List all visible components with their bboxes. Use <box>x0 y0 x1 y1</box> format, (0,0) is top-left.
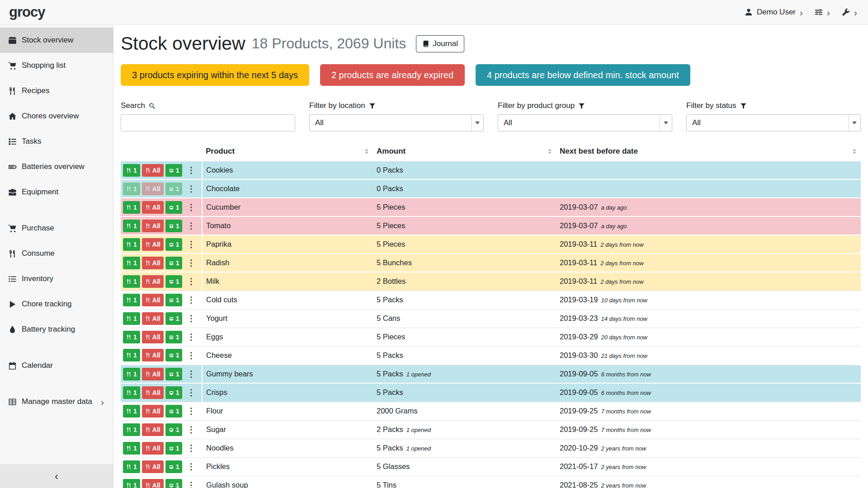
row-menu-icon[interactable]: ⋮ <box>187 388 195 397</box>
row-menu-icon[interactable]: ⋮ <box>187 370 195 378</box>
row-menu-icon[interactable]: ⋮ <box>187 258 195 267</box>
settings-menu[interactable]: › <box>815 8 830 17</box>
open-one-button[interactable]: 1 <box>165 312 183 325</box>
row-menu-icon[interactable]: ⋮ <box>187 296 195 304</box>
sidebar-item-manage-master-data[interactable]: Manage master data› <box>0 389 113 414</box>
sidebar-item-recipes[interactable]: Recipes <box>0 78 113 103</box>
consume-one-button[interactable]: 1 <box>123 442 140 455</box>
row-menu-icon[interactable]: ⋮ <box>187 277 195 286</box>
status-filter-select[interactable]: All <box>686 114 861 131</box>
consume-all-button[interactable]: All <box>142 201 164 214</box>
row-menu-icon[interactable]: ⋮ <box>187 184 195 193</box>
consume-one-button[interactable]: 1 <box>123 331 140 343</box>
consume-all-button[interactable]: All <box>142 294 164 306</box>
open-one-button[interactable]: 1 <box>165 479 183 488</box>
row-menu-icon[interactable]: ⋮ <box>187 166 195 174</box>
open-one-button[interactable]: 1 <box>165 164 183 177</box>
consume-all-button[interactable]: All <box>142 423 164 436</box>
amount-column-header[interactable]: Amount <box>373 143 556 161</box>
sidebar-item-purchase[interactable]: Purchase <box>0 216 113 241</box>
consume-all-button[interactable]: All <box>142 183 164 195</box>
consume-one-button[interactable]: 1 <box>123 257 140 269</box>
consume-one-button[interactable]: 1 <box>123 164 140 177</box>
expired-alert[interactable]: 2 products are already expired <box>320 64 465 86</box>
open-one-button[interactable]: 1 <box>165 275 183 288</box>
open-one-button[interactable]: 1 <box>165 257 183 269</box>
open-one-button[interactable]: 1 <box>165 220 183 232</box>
consume-all-button[interactable]: All <box>142 479 164 488</box>
sidebar-item-batteries-overview[interactable]: Batteries overview <box>0 154 113 179</box>
consume-one-button[interactable]: 1 <box>123 405 140 418</box>
open-one-button[interactable]: 1 <box>165 386 183 399</box>
consume-one-button[interactable]: 1 <box>123 294 140 306</box>
sidebar-item-tasks[interactable]: Tasks <box>0 129 113 154</box>
location-filter-select[interactable]: All <box>309 114 484 131</box>
sidebar-item-inventory[interactable]: Inventory <box>0 266 113 291</box>
consume-all-button[interactable]: All <box>142 220 164 232</box>
open-one-button[interactable]: 1 <box>165 238 183 251</box>
consume-one-button[interactable]: 1 <box>123 423 140 436</box>
product-column-header[interactable]: Product <box>202 143 373 161</box>
consume-all-button[interactable]: All <box>142 164 164 177</box>
below-min-stock-alert[interactable]: 4 products are below defined min. stock … <box>476 64 690 86</box>
open-one-button[interactable]: 1 <box>165 349 183 361</box>
consume-all-button[interactable]: All <box>142 368 164 380</box>
open-one-button[interactable]: 1 <box>165 331 183 343</box>
row-menu-icon[interactable]: ⋮ <box>187 240 195 249</box>
consume-all-button[interactable]: All <box>142 238 164 251</box>
consume-all-button[interactable]: All <box>142 312 164 325</box>
sidebar-item-calendar[interactable]: Calendar <box>0 353 113 378</box>
open-one-button[interactable]: 1 <box>165 423 183 436</box>
date-column-header[interactable]: Next best before date <box>556 143 861 161</box>
consume-all-button[interactable]: All <box>142 460 164 473</box>
row-menu-icon[interactable]: ⋮ <box>187 481 195 488</box>
open-one-button[interactable]: 1 <box>165 405 183 418</box>
sidebar-item-battery-tracking[interactable]: Battery tracking <box>0 317 113 342</box>
row-menu-icon[interactable]: ⋮ <box>187 444 195 452</box>
open-one-button[interactable]: 1 <box>165 368 183 380</box>
sidebar-item-chores-overview[interactable]: Chores overview <box>0 103 113 129</box>
consume-one-button[interactable]: 1 <box>123 183 140 195</box>
product-group-filter-select[interactable]: All <box>498 114 672 131</box>
consume-all-button[interactable]: All <box>142 442 164 455</box>
row-menu-icon[interactable]: ⋮ <box>187 221 195 230</box>
row-menu-icon[interactable]: ⋮ <box>187 351 195 360</box>
consume-all-button[interactable]: All <box>142 331 164 343</box>
consume-one-button[interactable]: 1 <box>123 460 140 473</box>
sidebar-item-shopping-list[interactable]: Shopping list <box>0 53 113 78</box>
consume-one-button[interactable]: 1 <box>123 479 140 488</box>
sidebar-item-equipment[interactable]: Equipment <box>0 179 113 205</box>
consume-one-button[interactable]: 1 <box>123 312 140 325</box>
admin-menu[interactable]: › <box>842 8 857 17</box>
user-menu[interactable]: Demo User › <box>745 8 803 17</box>
open-one-button[interactable]: 1 <box>165 201 183 214</box>
consume-all-button[interactable]: All <box>142 349 164 361</box>
open-one-button[interactable]: 1 <box>165 294 183 306</box>
expiring-alert[interactable]: 3 products expiring within the next 5 da… <box>121 64 309 86</box>
consume-all-button[interactable]: All <box>142 405 164 418</box>
open-one-button[interactable]: 1 <box>165 442 183 455</box>
row-menu-icon[interactable]: ⋮ <box>187 314 195 323</box>
consume-one-button[interactable]: 1 <box>123 368 140 380</box>
sidebar-item-chore-tracking[interactable]: Chore tracking <box>0 291 113 317</box>
consume-one-button[interactable]: 1 <box>123 238 140 251</box>
consume-one-button[interactable]: 1 <box>123 349 140 361</box>
consume-one-button[interactable]: 1 <box>123 201 140 214</box>
open-one-button[interactable]: 1 <box>165 183 183 195</box>
sidebar-item-stock-overview[interactable]: Stock overview <box>0 28 113 53</box>
row-menu-icon[interactable]: ⋮ <box>187 462 195 471</box>
consume-all-button[interactable]: All <box>142 257 164 269</box>
search-input[interactable] <box>121 114 295 131</box>
consume-one-button[interactable]: 1 <box>123 220 140 232</box>
sidebar-collapse-button[interactable]: ‹ <box>0 464 113 488</box>
app-logo[interactable]: grocy <box>9 4 45 20</box>
sidebar-item-consume[interactable]: Consume <box>0 241 113 266</box>
row-menu-icon[interactable]: ⋮ <box>187 203 195 211</box>
consume-one-button[interactable]: 1 <box>123 275 140 288</box>
consume-one-button[interactable]: 1 <box>123 386 140 399</box>
row-menu-icon[interactable]: ⋮ <box>187 333 195 341</box>
row-menu-icon[interactable]: ⋮ <box>187 425 195 434</box>
open-one-button[interactable]: 1 <box>165 460 183 473</box>
row-menu-icon[interactable]: ⋮ <box>187 407 195 415</box>
consume-all-button[interactable]: All <box>142 275 164 288</box>
